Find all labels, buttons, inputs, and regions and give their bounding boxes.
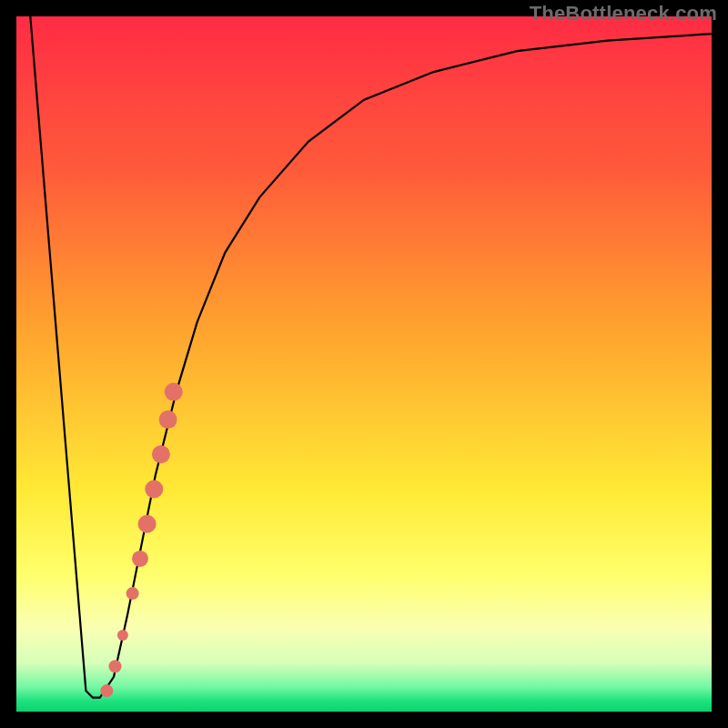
highlight-dot: [117, 630, 128, 641]
highlight-dot: [165, 383, 183, 401]
highlight-dot: [109, 660, 122, 672]
highlight-dot: [145, 480, 163, 499]
chart-svg: [16, 16, 712, 712]
chart-plot-area: [16, 16, 712, 712]
highlight-dot: [126, 587, 139, 600]
watermark-text: TheBottleneck.com: [530, 2, 717, 25]
highlight-dot: [138, 515, 157, 533]
highlight-dot: [152, 445, 170, 463]
highlight-dot: [132, 551, 148, 567]
chart-frame: TheBottleneck.com: [0, 0, 728, 728]
highlight-dot: [100, 684, 113, 697]
highlight-dot: [159, 410, 177, 429]
